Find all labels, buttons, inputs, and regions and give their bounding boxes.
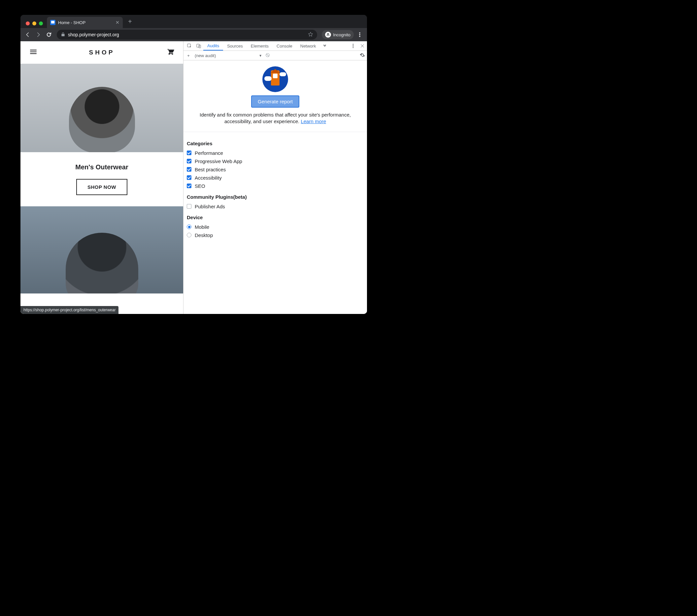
toolbar: shop.polymer-project.org Incognito [20, 28, 367, 41]
lock-icon [61, 32, 65, 38]
plugins-heading: Community Plugins(beta) [187, 194, 364, 200]
device-toolbar-icon[interactable] [194, 41, 203, 50]
category-label: Progressive Web App [195, 159, 242, 164]
shop-now-button[interactable]: SHOP NOW [76, 179, 128, 195]
hero-image[interactable] [20, 64, 183, 152]
new-audit-icon[interactable]: + [186, 53, 191, 58]
device-label: Mobile [195, 224, 209, 230]
device-label: Desktop [195, 232, 213, 238]
favicon-icon [50, 20, 56, 25]
reload-button[interactable] [44, 30, 54, 39]
checkbox-icon[interactable] [187, 175, 191, 180]
generate-report-button[interactable]: Generate report [251, 96, 299, 108]
category-label: Performance [195, 150, 223, 156]
audits-toolbar: + (new audit) ▼ [183, 51, 367, 60]
audits-body: Generate report Identify and fix common … [183, 60, 367, 314]
svg-point-0 [359, 32, 360, 33]
category-label: SEO [195, 183, 205, 189]
devtools-tabbar: Audits Sources Elements Console Network [183, 41, 367, 51]
category-title: Men's Outerwear [20, 163, 183, 171]
clear-icon[interactable] [265, 53, 270, 58]
plugin-row[interactable]: Publisher Ads [187, 202, 364, 210]
tab-title: Home - SHOP [58, 20, 113, 25]
more-tabs-icon[interactable] [320, 41, 330, 50]
category-section: Men's Outerwear SHOP NOW [20, 163, 183, 206]
category-row[interactable]: Performance [187, 149, 364, 157]
devtools-tab-sources[interactable]: Sources [223, 41, 247, 50]
svg-point-6 [353, 44, 354, 45]
chevron-down-icon: ▼ [259, 54, 262, 57]
device-heading: Device [187, 215, 364, 220]
browser-window: Home - SHOP ✕ + shop.polymer-project.org [20, 15, 367, 314]
address-bar[interactable]: shop.polymer-project.org [57, 30, 317, 40]
category-row[interactable]: Best practices [187, 165, 364, 174]
lighthouse-description: Identify and fix common problems that af… [191, 112, 359, 125]
radio-icon[interactable] [187, 233, 191, 237]
device-row[interactable]: Desktop [187, 231, 364, 239]
new-tab-button[interactable]: + [123, 16, 136, 28]
rendered-page: SHOP Men's Outerwear SHOP NOW https://sh… [20, 41, 183, 314]
devtools-tab-audits[interactable]: Audits [203, 41, 223, 50]
incognito-icon [325, 32, 331, 38]
category-label: Accessibility [195, 175, 222, 180]
checkbox-icon[interactable] [187, 159, 191, 163]
status-bar-link: https://shop.polymer-project.org/list/me… [20, 306, 118, 314]
url-domain: shop.polymer-project.org [68, 32, 119, 37]
devtools-tab-network[interactable]: Network [296, 41, 320, 50]
svg-point-1 [359, 34, 360, 35]
inspect-element-icon[interactable] [185, 41, 194, 50]
devtools-panel: Audits Sources Elements Console Network [183, 41, 367, 314]
plugin-label: Publisher Ads [195, 204, 225, 209]
hero-image-2[interactable] [20, 206, 183, 293]
audit-select-label: (new audit) [195, 53, 216, 58]
forward-button[interactable] [34, 30, 43, 39]
hamburger-icon[interactable] [29, 47, 38, 57]
incognito-indicator[interactable]: Incognito [322, 30, 354, 39]
minimize-window-button[interactable] [32, 21, 36, 26]
audit-select[interactable]: (new audit) ▼ [195, 53, 262, 58]
radio-icon[interactable] [187, 224, 191, 229]
page-header: SHOP [20, 41, 183, 64]
svg-point-7 [353, 46, 354, 46]
svg-point-2 [359, 36, 360, 37]
devtools-tab-console[interactable]: Console [272, 41, 296, 50]
cart-icon[interactable] [166, 47, 175, 57]
tab-bar: Home - SHOP ✕ + [20, 15, 367, 28]
lighthouse-icon [262, 67, 288, 92]
browser-menu-button[interactable] [355, 30, 364, 39]
checkbox-icon[interactable] [187, 184, 191, 188]
learn-more-link[interactable]: Learn more [301, 118, 326, 124]
devtools-close-icon[interactable] [358, 43, 367, 48]
content-area: SHOP Men's Outerwear SHOP NOW https://sh… [20, 41, 367, 314]
checkbox-icon[interactable] [187, 167, 191, 172]
audits-config: Categories PerformanceProgressive Web Ap… [183, 132, 367, 246]
settings-icon[interactable] [360, 53, 365, 59]
bookmark-icon[interactable] [308, 32, 313, 38]
category-row[interactable]: Progressive Web App [187, 157, 364, 165]
category-row[interactable]: SEO [187, 182, 364, 190]
svg-rect-5 [199, 45, 201, 48]
checkbox-icon[interactable] [187, 204, 191, 209]
close-window-button[interactable] [26, 21, 30, 26]
maximize-window-button[interactable] [39, 21, 43, 26]
category-row[interactable]: Accessibility [187, 174, 364, 182]
close-tab-icon[interactable]: ✕ [116, 20, 119, 25]
devtools-tab-elements[interactable]: Elements [247, 41, 272, 50]
window-controls [24, 21, 45, 28]
shop-logo[interactable]: SHOP [89, 49, 115, 56]
devtools-menu-icon[interactable] [348, 43, 358, 48]
category-label: Best practices [195, 167, 226, 172]
incognito-label: Incognito [333, 32, 351, 37]
back-button[interactable] [23, 30, 32, 39]
svg-point-8 [353, 47, 354, 48]
device-row[interactable]: Mobile [187, 223, 364, 231]
checkbox-icon[interactable] [187, 150, 191, 155]
browser-tab[interactable]: Home - SHOP ✕ [47, 17, 123, 28]
lighthouse-hero: Generate report Identify and fix common … [183, 60, 367, 132]
categories-heading: Categories [187, 141, 364, 146]
